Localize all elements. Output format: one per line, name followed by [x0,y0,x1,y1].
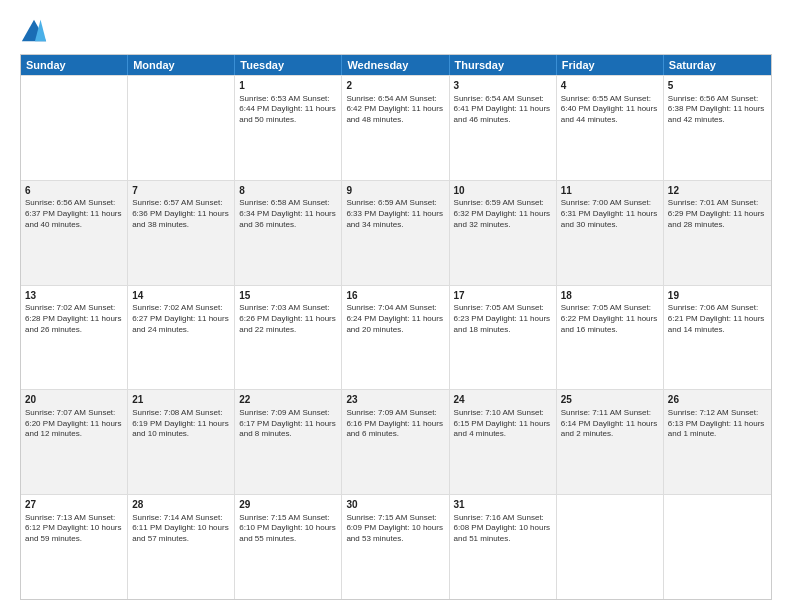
day-number: 2 [346,79,444,93]
table-row: 15Sunrise: 7:03 AM Sunset: 6:26 PM Dayli… [235,286,342,390]
day-details: Sunrise: 7:09 AM Sunset: 6:17 PM Dayligh… [239,408,337,440]
day-details: Sunrise: 6:57 AM Sunset: 6:36 PM Dayligh… [132,198,230,230]
day-details: Sunrise: 7:02 AM Sunset: 6:27 PM Dayligh… [132,303,230,335]
day-details: Sunrise: 7:15 AM Sunset: 6:09 PM Dayligh… [346,513,444,545]
table-row: 6Sunrise: 6:56 AM Sunset: 6:37 PM Daylig… [21,181,128,285]
calendar-row-4: 20Sunrise: 7:07 AM Sunset: 6:20 PM Dayli… [21,389,771,494]
table-row: 7Sunrise: 6:57 AM Sunset: 6:36 PM Daylig… [128,181,235,285]
day-details: Sunrise: 6:55 AM Sunset: 6:40 PM Dayligh… [561,94,659,126]
table-row: 5Sunrise: 6:56 AM Sunset: 6:38 PM Daylig… [664,76,771,180]
day-details: Sunrise: 6:59 AM Sunset: 6:33 PM Dayligh… [346,198,444,230]
day-number: 20 [25,393,123,407]
table-row: 9Sunrise: 6:59 AM Sunset: 6:33 PM Daylig… [342,181,449,285]
day-number: 7 [132,184,230,198]
day-details: Sunrise: 7:02 AM Sunset: 6:28 PM Dayligh… [25,303,123,335]
table-row: 27Sunrise: 7:13 AM Sunset: 6:12 PM Dayli… [21,495,128,599]
day-number: 28 [132,498,230,512]
header-cell-wednesday: Wednesday [342,55,449,75]
day-details: Sunrise: 7:16 AM Sunset: 6:08 PM Dayligh… [454,513,552,545]
day-number: 4 [561,79,659,93]
day-details: Sunrise: 6:59 AM Sunset: 6:32 PM Dayligh… [454,198,552,230]
table-row [557,495,664,599]
header-cell-thursday: Thursday [450,55,557,75]
table-row: 30Sunrise: 7:15 AM Sunset: 6:09 PM Dayli… [342,495,449,599]
day-details: Sunrise: 7:10 AM Sunset: 6:15 PM Dayligh… [454,408,552,440]
day-number: 9 [346,184,444,198]
table-row: 19Sunrise: 7:06 AM Sunset: 6:21 PM Dayli… [664,286,771,390]
calendar-row-3: 13Sunrise: 7:02 AM Sunset: 6:28 PM Dayli… [21,285,771,390]
logo-icon [20,18,48,46]
day-number: 5 [668,79,767,93]
header-cell-friday: Friday [557,55,664,75]
table-row: 29Sunrise: 7:15 AM Sunset: 6:10 PM Dayli… [235,495,342,599]
calendar-header: SundayMondayTuesdayWednesdayThursdayFrid… [21,55,771,75]
day-number: 18 [561,289,659,303]
header-cell-saturday: Saturday [664,55,771,75]
table-row: 25Sunrise: 7:11 AM Sunset: 6:14 PM Dayli… [557,390,664,494]
table-row [128,76,235,180]
day-details: Sunrise: 7:08 AM Sunset: 6:19 PM Dayligh… [132,408,230,440]
day-details: Sunrise: 7:04 AM Sunset: 6:24 PM Dayligh… [346,303,444,335]
header-cell-sunday: Sunday [21,55,128,75]
header-cell-tuesday: Tuesday [235,55,342,75]
table-row: 4Sunrise: 6:55 AM Sunset: 6:40 PM Daylig… [557,76,664,180]
table-row: 21Sunrise: 7:08 AM Sunset: 6:19 PM Dayli… [128,390,235,494]
day-details: Sunrise: 7:11 AM Sunset: 6:14 PM Dayligh… [561,408,659,440]
day-number: 22 [239,393,337,407]
table-row: 18Sunrise: 7:05 AM Sunset: 6:22 PM Dayli… [557,286,664,390]
day-details: Sunrise: 7:15 AM Sunset: 6:10 PM Dayligh… [239,513,337,545]
table-row: 28Sunrise: 7:14 AM Sunset: 6:11 PM Dayli… [128,495,235,599]
day-number: 21 [132,393,230,407]
day-details: Sunrise: 7:07 AM Sunset: 6:20 PM Dayligh… [25,408,123,440]
table-row: 12Sunrise: 7:01 AM Sunset: 6:29 PM Dayli… [664,181,771,285]
day-number: 23 [346,393,444,407]
table-row: 23Sunrise: 7:09 AM Sunset: 6:16 PM Dayli… [342,390,449,494]
day-number: 29 [239,498,337,512]
day-number: 27 [25,498,123,512]
table-row: 16Sunrise: 7:04 AM Sunset: 6:24 PM Dayli… [342,286,449,390]
day-details: Sunrise: 7:05 AM Sunset: 6:23 PM Dayligh… [454,303,552,335]
table-row: 2Sunrise: 6:54 AM Sunset: 6:42 PM Daylig… [342,76,449,180]
page: SundayMondayTuesdayWednesdayThursdayFrid… [0,0,792,612]
day-details: Sunrise: 7:05 AM Sunset: 6:22 PM Dayligh… [561,303,659,335]
day-details: Sunrise: 7:14 AM Sunset: 6:11 PM Dayligh… [132,513,230,545]
table-row: 3Sunrise: 6:54 AM Sunset: 6:41 PM Daylig… [450,76,557,180]
day-details: Sunrise: 6:54 AM Sunset: 6:41 PM Dayligh… [454,94,552,126]
calendar-row-1: 1Sunrise: 6:53 AM Sunset: 6:44 PM Daylig… [21,75,771,180]
calendar-row-5: 27Sunrise: 7:13 AM Sunset: 6:12 PM Dayli… [21,494,771,599]
day-details: Sunrise: 6:53 AM Sunset: 6:44 PM Dayligh… [239,94,337,126]
day-details: Sunrise: 6:56 AM Sunset: 6:37 PM Dayligh… [25,198,123,230]
day-details: Sunrise: 7:06 AM Sunset: 6:21 PM Dayligh… [668,303,767,335]
day-number: 30 [346,498,444,512]
day-number: 14 [132,289,230,303]
day-details: Sunrise: 7:03 AM Sunset: 6:26 PM Dayligh… [239,303,337,335]
logo [20,18,52,46]
table-row: 10Sunrise: 6:59 AM Sunset: 6:32 PM Dayli… [450,181,557,285]
table-row: 13Sunrise: 7:02 AM Sunset: 6:28 PM Dayli… [21,286,128,390]
day-number: 12 [668,184,767,198]
day-details: Sunrise: 7:12 AM Sunset: 6:13 PM Dayligh… [668,408,767,440]
table-row: 24Sunrise: 7:10 AM Sunset: 6:15 PM Dayli… [450,390,557,494]
day-details: Sunrise: 7:01 AM Sunset: 6:29 PM Dayligh… [668,198,767,230]
day-number: 25 [561,393,659,407]
day-number: 19 [668,289,767,303]
day-details: Sunrise: 6:54 AM Sunset: 6:42 PM Dayligh… [346,94,444,126]
table-row: 26Sunrise: 7:12 AM Sunset: 6:13 PM Dayli… [664,390,771,494]
day-details: Sunrise: 6:58 AM Sunset: 6:34 PM Dayligh… [239,198,337,230]
table-row: 17Sunrise: 7:05 AM Sunset: 6:23 PM Dayli… [450,286,557,390]
table-row: 8Sunrise: 6:58 AM Sunset: 6:34 PM Daylig… [235,181,342,285]
table-row: 11Sunrise: 7:00 AM Sunset: 6:31 PM Dayli… [557,181,664,285]
calendar-row-2: 6Sunrise: 6:56 AM Sunset: 6:37 PM Daylig… [21,180,771,285]
calendar-body: 1Sunrise: 6:53 AM Sunset: 6:44 PM Daylig… [21,75,771,599]
table-row: 1Sunrise: 6:53 AM Sunset: 6:44 PM Daylig… [235,76,342,180]
table-row: 14Sunrise: 7:02 AM Sunset: 6:27 PM Dayli… [128,286,235,390]
table-row [664,495,771,599]
table-row: 20Sunrise: 7:07 AM Sunset: 6:20 PM Dayli… [21,390,128,494]
header [20,18,772,46]
day-details: Sunrise: 7:13 AM Sunset: 6:12 PM Dayligh… [25,513,123,545]
day-number: 6 [25,184,123,198]
day-number: 10 [454,184,552,198]
day-details: Sunrise: 7:00 AM Sunset: 6:31 PM Dayligh… [561,198,659,230]
table-row [21,76,128,180]
calendar: SundayMondayTuesdayWednesdayThursdayFrid… [20,54,772,600]
